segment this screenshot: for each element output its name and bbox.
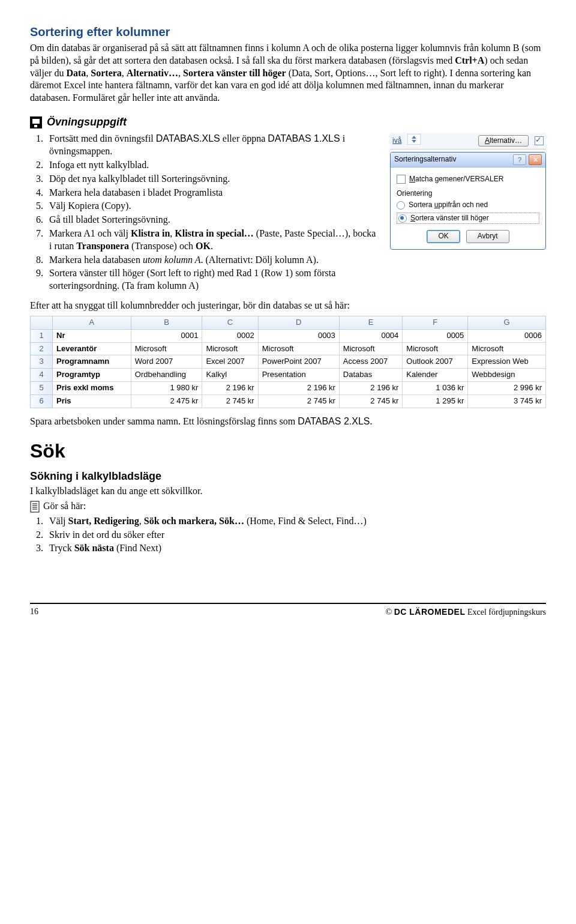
- cell: Programtyp: [53, 369, 131, 382]
- level-spinner-icon[interactable]: [407, 134, 421, 148]
- ok-button[interactable]: OK: [427, 230, 460, 243]
- para-sort-intro: Om din databas är organiserad på så sätt…: [30, 42, 546, 104]
- row-header: 4: [31, 369, 53, 382]
- alternativ-button[interactable]: Alternativ…: [478, 135, 529, 147]
- help-icon[interactable]: ?: [513, 154, 526, 165]
- cell: 0001: [131, 329, 202, 342]
- row-header: 3: [31, 355, 53, 369]
- cell: 0004: [339, 329, 403, 342]
- cell: 2 196 kr: [202, 382, 258, 395]
- cell: Nr: [53, 329, 131, 342]
- cell: Microsoft: [339, 342, 403, 355]
- cell: Kalkyl: [202, 369, 258, 382]
- cell: Leverantör: [53, 342, 131, 355]
- cell: Microsoft: [258, 342, 339, 355]
- row-header: 6: [31, 395, 53, 408]
- cell: 1 036 kr: [403, 382, 468, 395]
- cell: 0006: [468, 329, 546, 342]
- list-item: Infoga ett nytt kalkylblad.: [46, 159, 379, 172]
- para-save: Spara arbetsboken under samma namn. Ett …: [30, 415, 546, 428]
- cell: Ordbehandling: [131, 369, 202, 382]
- row-header: 5: [31, 382, 53, 395]
- cell: Outlook 2007: [403, 355, 468, 369]
- column-header: B: [131, 316, 202, 329]
- orientation-label: Orientering: [397, 189, 539, 199]
- radio-top-to-bottom-label: Sortera uppifrån och ned: [409, 201, 488, 210]
- heading-sortering: Sortering efter kolumner: [30, 24, 546, 40]
- cell: Excel 2007: [202, 355, 258, 369]
- cell: 1 295 kr: [403, 395, 468, 408]
- radio-left-to-right[interactable]: [398, 214, 407, 223]
- exercise-heading: Övningsuppgift: [30, 115, 546, 129]
- list-item: Välj Kopiera (Copy).: [46, 200, 379, 213]
- cell: 0002: [202, 329, 258, 342]
- match-case-checkbox[interactable]: [397, 175, 406, 184]
- list-item: Sortera vänster till höger (Sort left to…: [46, 267, 379, 292]
- heading-sok: Sök: [30, 439, 546, 464]
- list-item: Markera hela databasen utom kolumn A. (A…: [46, 254, 379, 267]
- cell: Programnamn: [53, 355, 131, 369]
- cell: Microsoft: [403, 342, 468, 355]
- exercise-steps: Fortsätt med din övningsfil DATABAS.XLS …: [46, 133, 379, 294]
- row-header: 2: [31, 342, 53, 355]
- row-header: 1: [31, 329, 53, 342]
- cell: 1 980 kr: [131, 382, 202, 395]
- cell: 2 475 kr: [131, 395, 202, 408]
- cell: 2 745 kr: [258, 395, 339, 408]
- list-item: Markera hela databasen i bladet Programl…: [46, 187, 379, 199]
- page-footer: 16 © DC LÄROMEDEL Excel fördjupningskurs: [30, 603, 546, 618]
- cell: Databas: [339, 369, 403, 382]
- radio-top-to-bottom[interactable]: [397, 201, 405, 210]
- cell: 2 745 kr: [202, 395, 258, 408]
- cell: Pris exkl moms: [53, 382, 131, 395]
- column-header: C: [202, 316, 258, 329]
- svg-rect-1: [31, 501, 39, 512]
- para-sok-intro: I kalkylbladsläget kan du ange ett sökvi…: [30, 485, 546, 498]
- cell: PowerPoint 2007: [258, 355, 339, 369]
- cell: Kalender: [403, 369, 468, 382]
- document-icon: [30, 501, 41, 513]
- svg-rect-0: [407, 134, 421, 145]
- cell: Expression Web: [468, 355, 546, 369]
- dialog-title: Sorteringsalternativ: [394, 155, 456, 165]
- list-item: Tryck Sök nästa (Find Next): [46, 542, 546, 555]
- close-icon[interactable]: ✕: [529, 154, 542, 165]
- cell: 2 196 kr: [258, 382, 339, 395]
- cell: 0003: [258, 329, 339, 342]
- cell: Microsoft: [202, 342, 258, 355]
- list-item: Döp det nya kalkylbladet till Sorterings…: [46, 173, 379, 186]
- cell: Webbdesign: [468, 369, 546, 382]
- header-checkbox[interactable]: [535, 136, 544, 145]
- gor-sa-har: Gör så här:: [30, 500, 546, 513]
- column-header: D: [258, 316, 339, 329]
- sok-steps: Välj Start, Redigering, Sök och markera,…: [46, 515, 546, 555]
- list-item: Skriv in det ord du söker efter: [46, 529, 546, 542]
- cell: 2 745 kr: [339, 395, 403, 408]
- cell: Microsoft: [131, 342, 202, 355]
- page-number: 16: [30, 606, 54, 618]
- radio-left-to-right-label: Sortera vänster till höger: [410, 214, 489, 223]
- list-item: Välj Start, Redigering, Sök och markera,…: [46, 515, 546, 528]
- list-item: Gå till bladet Sorteringsövning.: [46, 214, 379, 226]
- cell: Presentation: [258, 369, 339, 382]
- list-item: Markera A1 och välj Klistra in, Klistra …: [46, 228, 379, 253]
- para-after-sort: Efter att ha snyggat till kolumnbredder …: [30, 300, 546, 312]
- column-header: A: [53, 316, 131, 329]
- cell: 3 745 kr: [468, 395, 546, 408]
- column-header: [31, 316, 53, 329]
- spreadsheet-preview: ABCDEFG1Nr0001000200030004000500062Lever…: [30, 316, 546, 408]
- column-header: E: [339, 316, 403, 329]
- cancel-button[interactable]: Avbryt: [466, 230, 509, 243]
- cell: 0005: [403, 329, 468, 342]
- cell: 2 196 kr: [339, 382, 403, 395]
- list-item: Fortsätt med din övningsfil DATABAS.XLS …: [46, 133, 379, 158]
- subheading-sokning: Sökning i kalkylbladsläge: [30, 470, 546, 483]
- cell: Pris: [53, 395, 131, 408]
- level-label: ivå: [392, 136, 401, 146]
- cell: 2 996 kr: [468, 382, 546, 395]
- column-header: F: [403, 316, 468, 329]
- save-disk-icon: [30, 116, 42, 128]
- cell: Microsoft: [468, 342, 546, 355]
- match-case-label: Matcha gemener/VERSALER: [409, 175, 503, 184]
- sort-options-dialog: ivå Alternativ… Sorteringsalternativ ? ✕…: [390, 133, 546, 250]
